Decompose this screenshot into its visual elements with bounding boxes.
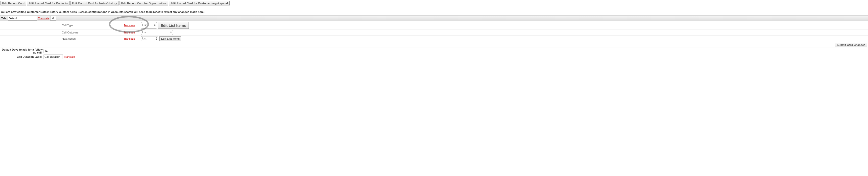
field-translate-link[interactable]: Translate bbox=[124, 31, 135, 34]
edit-record-card-opportunities-button[interactable]: Edit Record Card for Opportunities bbox=[120, 1, 168, 5]
field-type-value: List bbox=[142, 37, 147, 40]
default-days-row: Default Days to add for a follow up call… bbox=[0, 48, 868, 54]
field-row-next-action: Next Action Translate List ▲▼ Edit List … bbox=[0, 36, 868, 42]
call-duration-label-label: Call Duration Label: bbox=[0, 55, 43, 58]
field-controls: List ▲▼ Edit List Items bbox=[141, 36, 181, 41]
field-label: Call Type bbox=[0, 24, 124, 27]
call-duration-translate-link[interactable]: Translate bbox=[64, 55, 75, 58]
select-arrows-icon: ▲▼ bbox=[155, 36, 157, 41]
call-duration-input[interactable] bbox=[43, 54, 63, 59]
field-row-call-outcome: Call Outcome Translate List ▲▼ bbox=[0, 29, 868, 36]
select-arrows-icon: ▲▼ bbox=[170, 30, 172, 35]
tab-translate-link[interactable]: Translate bbox=[38, 17, 49, 20]
default-days-label: Default Days to add for a follow up call… bbox=[0, 48, 43, 54]
field-label: Call Outcome bbox=[0, 31, 124, 34]
field-type-select[interactable]: List ▲▼ bbox=[141, 22, 157, 28]
edit-record-card-button[interactable]: Edit Record Card bbox=[0, 1, 26, 5]
submit-card-changes-button[interactable]: Submit Card Changes bbox=[835, 43, 867, 47]
field-label: Next Action bbox=[0, 37, 124, 40]
tab-label: Tab: bbox=[1, 17, 7, 20]
field-translate-link[interactable]: Translate bbox=[124, 37, 135, 40]
tab-order-input[interactable] bbox=[50, 16, 56, 21]
field-type-value: List bbox=[142, 31, 147, 34]
top-button-bar: Edit Record Card Edit Record Card for Co… bbox=[0, 0, 868, 6]
field-type-value: List bbox=[142, 24, 147, 27]
instruction-text: You are now editing Customer Notes/Histo… bbox=[0, 6, 868, 15]
field-row-call-type: Call Type Translate List ▲▼ Edit List It… bbox=[0, 21, 868, 29]
select-arrows-icon: ▲▼ bbox=[154, 22, 156, 28]
submit-bar: Submit Card Changes bbox=[0, 42, 868, 48]
edit-record-card-spend-button[interactable]: Edit Record Card for Customer target spe… bbox=[169, 1, 229, 5]
tab-bar: Tab: Translate bbox=[0, 15, 868, 21]
page-root: Edit Record Card Edit Record Card for Co… bbox=[0, 0, 868, 59]
edit-list-items-button[interactable]: Edit List Items bbox=[158, 22, 189, 29]
field-translate-link[interactable]: Translate bbox=[124, 24, 135, 27]
field-type-select[interactable]: List ▲▼ bbox=[141, 36, 158, 41]
field-type-select[interactable]: List ▲▼ bbox=[141, 30, 173, 35]
field-controls: List ▲▼ bbox=[141, 30, 173, 35]
field-controls: List ▲▼ Edit List Items bbox=[141, 22, 189, 29]
field-rows: Call Type Translate List ▲▼ Edit List It… bbox=[0, 21, 868, 42]
call-duration-row: Call Duration Label: Translate bbox=[0, 54, 868, 59]
edit-record-card-contacts-button[interactable]: Edit Record Card for Contacts bbox=[27, 1, 69, 5]
default-days-input[interactable] bbox=[43, 49, 70, 53]
edit-record-card-notes-button[interactable]: Edit Record Card for Notes/History bbox=[70, 1, 119, 5]
tab-name-input[interactable] bbox=[8, 16, 37, 21]
edit-list-items-button[interactable]: Edit List Items bbox=[159, 36, 181, 41]
footer-area: Default Days to add for a follow up call… bbox=[0, 48, 868, 59]
